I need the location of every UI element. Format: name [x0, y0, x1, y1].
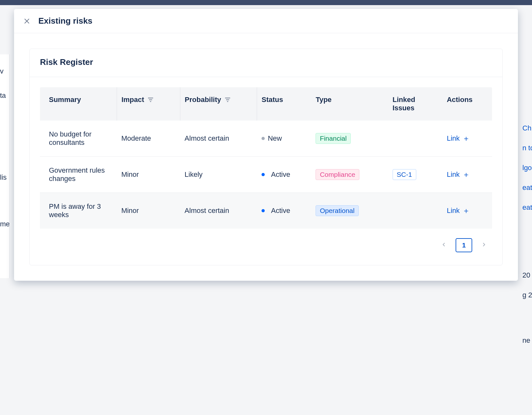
cell-linked-issues: [388, 121, 442, 157]
cell-type: Operational: [311, 193, 388, 229]
link-button-label: Link: [447, 134, 459, 143]
cell-linked-issues: [388, 193, 442, 229]
cell-actions: Link＋: [442, 121, 492, 157]
card-header: Risk Register: [30, 49, 502, 77]
cell-impact: Moderate: [117, 121, 180, 157]
table-row[interactable]: Government rules changesMinorLikelyActiv…: [40, 157, 492, 193]
cell-impact: Minor: [117, 157, 180, 193]
cell-actions: Link＋: [442, 193, 492, 229]
table-row[interactable]: No budget for consultantsModerateAlmost …: [40, 121, 492, 157]
status-dot-icon: [262, 173, 265, 176]
column-label: Status: [262, 96, 283, 104]
column-header-status[interactable]: Status: [257, 87, 311, 121]
link-button[interactable]: Link＋: [447, 134, 470, 143]
existing-risks-modal: Existing risks Risk Register: [14, 9, 518, 281]
cell-type: Financial: [311, 121, 388, 157]
column-label: Impact: [121, 96, 144, 104]
plus-icon: ＋: [462, 135, 470, 142]
table-header-row: Summary Impact: [40, 87, 492, 121]
svg-rect-2: [148, 98, 153, 98]
svg-rect-6: [226, 99, 229, 100]
link-button[interactable]: Link＋: [447, 207, 470, 215]
column-header-impact[interactable]: Impact: [117, 87, 180, 121]
svg-rect-3: [149, 99, 152, 100]
cell-type: Compliance: [311, 157, 388, 193]
cell-probability: Almost certain: [180, 121, 257, 157]
cell-summary: Government rules changes: [40, 157, 117, 193]
modal-header: Existing risks: [14, 9, 518, 33]
risk-register-card: Risk Register Summary: [29, 49, 503, 265]
cell-summary: No budget for consultants: [40, 121, 117, 157]
status-label: New: [268, 134, 282, 143]
risk-table: Summary Impact: [40, 87, 492, 229]
svg-rect-4: [150, 101, 151, 102]
modal-body: Risk Register Summary: [14, 33, 518, 281]
status-label: Active: [268, 170, 290, 179]
table-row[interactable]: PM is away for 3 weeksMinorAlmost certai…: [40, 193, 492, 229]
column-label: Linked Issues: [393, 96, 415, 112]
column-header-summary[interactable]: Summary: [40, 87, 117, 121]
pager-next[interactable]: [479, 240, 489, 251]
column-label: Type: [316, 96, 332, 104]
type-badge: Financial: [316, 133, 351, 144]
cell-summary: PM is away for 3 weeks: [40, 193, 117, 229]
cell-impact: Minor: [117, 193, 180, 229]
modal-title: Existing risks: [38, 16, 92, 26]
type-badge: Compliance: [316, 169, 359, 180]
cell-status: Active: [257, 193, 311, 229]
column-header-actions: Actions: [442, 87, 492, 121]
column-header-type[interactable]: Type: [311, 87, 388, 121]
link-button-label: Link: [447, 170, 459, 179]
status-label: Active: [268, 207, 290, 215]
column-label: Probability: [185, 96, 221, 104]
card-title: Risk Register: [40, 57, 492, 67]
type-badge: Operational: [316, 205, 359, 216]
cell-actions: Link＋: [442, 157, 492, 193]
pager-page-current[interactable]: 1: [456, 238, 472, 252]
column-label: Summary: [49, 96, 81, 104]
plus-icon: ＋: [462, 171, 470, 178]
status-dot-icon: [262, 209, 265, 212]
plus-icon: ＋: [462, 207, 470, 215]
linked-issue-badge[interactable]: SC-1: [393, 169, 416, 180]
cell-status: Active: [257, 157, 311, 193]
filter-icon[interactable]: [225, 98, 230, 102]
svg-rect-5: [225, 98, 230, 98]
pager-prev[interactable]: [438, 240, 449, 251]
filter-icon[interactable]: [148, 98, 153, 102]
link-button[interactable]: Link＋: [447, 170, 470, 179]
column-label: Actions: [447, 96, 473, 104]
link-button-label: Link: [447, 207, 459, 215]
modal-overlay: Existing risks Risk Register: [0, 5, 532, 415]
cell-status: New: [257, 121, 311, 157]
column-header-probability[interactable]: Probability: [180, 87, 257, 121]
table-wrap: Summary Impact: [30, 77, 502, 265]
column-header-linked[interactable]: Linked Issues: [388, 87, 442, 121]
close-icon[interactable]: [23, 17, 31, 25]
background-topbar: [0, 0, 532, 5]
cell-probability: Almost certain: [180, 193, 257, 229]
cell-linked-issues: SC-1: [388, 157, 442, 193]
pagination: 1: [40, 238, 492, 252]
status-dot-icon: [262, 137, 265, 140]
cell-probability: Likely: [180, 157, 257, 193]
svg-rect-7: [227, 101, 228, 102]
